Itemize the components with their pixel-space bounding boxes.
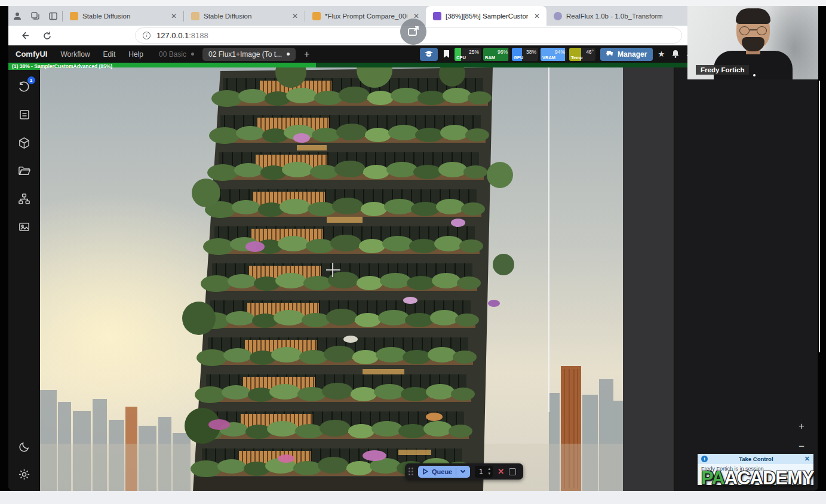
comfyui-logo[interactable]: ComfyUI	[16, 50, 47, 59]
side-panel-icon[interactable]	[44, 8, 62, 24]
settings-gear-icon[interactable]	[17, 467, 32, 481]
popup-close-icon[interactable]: ✕	[804, 455, 810, 463]
tab-title: Stable Diffusion	[82, 13, 165, 20]
tab-favicon	[312, 12, 321, 20]
workflows-folder-icon[interactable]	[17, 164, 32, 178]
manager-label: Manager	[618, 50, 647, 59]
manager-button[interactable]: Manager	[600, 48, 653, 61]
queue-history-icon[interactable]: 1	[17, 79, 32, 94]
stop-button[interactable]	[509, 468, 516, 475]
generated-image-preview[interactable]	[40, 67, 623, 491]
browser-tab-1[interactable]: Stable Diffusion ✕	[63, 6, 183, 26]
menu-workflow[interactable]: Workflow	[60, 50, 90, 59]
reload-icon[interactable]	[38, 27, 56, 44]
screen: Stable Diffusion ✕ Stable Diffusion ✕ *F…	[0, 0, 826, 504]
workflow-tab-label: 02 Flux1+Image (To t...	[208, 50, 282, 59]
tab-groups-icon[interactable]	[26, 8, 44, 24]
info-icon: i	[701, 456, 708, 462]
model-library-icon[interactable]	[17, 136, 32, 150]
window-top-strip	[0, 0, 826, 6]
vram-label: VRAM	[542, 55, 555, 60]
watermark-academy: ACADEMY	[724, 468, 814, 488]
play-icon	[422, 468, 428, 475]
stepper-arrows[interactable]: ▲▼	[487, 467, 491, 476]
tab-title: Stable Diffusion	[204, 13, 286, 20]
queue-divider	[456, 468, 456, 475]
browser-tab-2[interactable]: Stable Diffusion ✕	[184, 6, 305, 26]
avatar-beard	[742, 37, 764, 51]
vram-stat: VRAM 94%	[541, 48, 567, 61]
profile-icon[interactable]	[8, 8, 26, 24]
workflow-tab-00-basic[interactable]: 00 Basic	[159, 50, 194, 59]
temp-stat: Temp 46°	[569, 48, 595, 61]
browser-tab-5[interactable]: RealFlux 1.0b - 1.0b_Transformer_	[546, 6, 667, 26]
node-library-icon[interactable]	[17, 107, 32, 122]
drag-handle[interactable]	[409, 468, 413, 475]
queue-control-bar: Queue 1 ▲▼ ✕	[405, 463, 523, 480]
avatar-glasses	[738, 26, 769, 36]
tab-close-icon[interactable]: ✕	[290, 11, 300, 21]
comfyui-window: ComfyUI Workflow Edit Help 00 Basic 02 F…	[8, 45, 818, 491]
bookmark-icon[interactable]	[440, 48, 452, 61]
comfy-sidebar: 1	[8, 70, 40, 491]
site-info-icon[interactable]: i	[143, 32, 151, 39]
tab-close-icon[interactable]: ✕	[532, 11, 542, 21]
gpu-label: GPU	[514, 55, 523, 60]
batch-count-value: 1	[479, 468, 483, 475]
cpu-label: CPU	[456, 55, 466, 60]
graduation-cap-icon	[424, 50, 434, 59]
avatar-hair	[736, 8, 770, 24]
vertical-forest-building-image	[40, 67, 623, 491]
presenter-name-tag: Fredy Fortich	[696, 65, 749, 75]
gallery-icon[interactable]	[17, 220, 32, 234]
tab-title: *Flux Prompt Compare_00001_ -	[325, 13, 407, 20]
webcam-overlay: Fredy Fortich	[687, 6, 818, 79]
puzzle-icon	[606, 50, 614, 58]
tab-favicon	[70, 12, 78, 20]
tab-favicon	[191, 12, 199, 20]
temp-label: Temp	[571, 55, 582, 60]
watermark-pa: PA	[701, 468, 724, 488]
tab-title: [38%][85%] SamplerCustomAdva	[446, 13, 528, 20]
ram-label: RAM	[485, 55, 495, 60]
scrollbar-line	[819, 81, 820, 352]
vram-value: 94%	[555, 49, 565, 55]
tab-title: RealFlux 1.0b - 1.0b_Transformer_	[566, 13, 662, 20]
desktop-left-margin	[0, 6, 8, 491]
cpu-value: 25%	[469, 49, 479, 55]
queue-button[interactable]: Queue	[418, 466, 470, 478]
temp-value: 46°	[586, 49, 594, 55]
new-workflow-button[interactable]: +	[304, 49, 309, 60]
back-icon[interactable]	[16, 27, 33, 44]
zoom-in-button[interactable]: +	[796, 420, 807, 432]
batch-count-stepper[interactable]: 1 ▲▼	[475, 466, 493, 478]
tab-favicon	[554, 12, 562, 20]
academy-app-button[interactable]	[420, 48, 438, 61]
screen-share-indicator[interactable]	[400, 19, 426, 45]
desktop-bottom-strip	[0, 491, 826, 504]
queue-count-badge: 1	[27, 76, 35, 84]
cpu-stat: CPU 25%	[455, 48, 481, 61]
unsaved-dot	[191, 53, 194, 56]
gpu-value: 38%	[526, 49, 536, 55]
tab-close-icon[interactable]: ✕	[169, 11, 179, 21]
queue-label: Queue	[432, 468, 452, 475]
notification-bell-icon[interactable]	[670, 48, 681, 61]
progress-text: (1) 38% - SamplerCustomAdvanced (85%)	[12, 63, 112, 69]
star-icon[interactable]: ★	[655, 48, 667, 61]
browser-tab-4-active[interactable]: [38%][85%] SamplerCustomAdva ✕	[426, 6, 546, 26]
paacademy-watermark: PAACADEMY	[701, 468, 814, 489]
ram-stat: RAM 96%	[483, 48, 509, 61]
canvas-background[interactable]	[623, 67, 674, 491]
cancel-button[interactable]: ✕	[498, 467, 504, 476]
workflow-tab-02-flux-active[interactable]: 02 Flux1+Image (To t...	[202, 48, 296, 61]
node-map-icon[interactable]	[17, 192, 32, 206]
zoom-out-button[interactable]: −	[796, 441, 807, 453]
menubar-right-cluster: CPU 25% RAM 96% GPU 38% VRAM 94%	[420, 47, 696, 61]
menu-edit[interactable]: Edit	[103, 50, 116, 59]
canvas-right-panel[interactable]: + −	[674, 67, 818, 491]
theme-moon-icon[interactable]	[17, 440, 32, 454]
chevron-down-icon[interactable]	[460, 469, 466, 474]
menu-help[interactable]: Help	[128, 50, 143, 59]
unsaved-dot	[287, 53, 290, 56]
